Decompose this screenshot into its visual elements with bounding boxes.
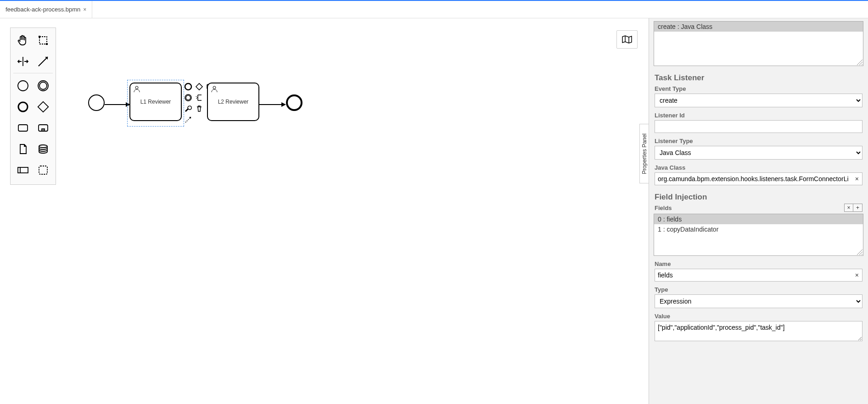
java-class-label: Java Class xyxy=(655,164,862,171)
file-tab[interactable]: feedback-ack-process.bpmn × xyxy=(0,1,92,18)
task-label: L2 Reviewer xyxy=(218,99,249,105)
sequence-flow-1[interactable] xyxy=(105,102,130,109)
append-gateway-icon[interactable] xyxy=(195,82,204,91)
value-input[interactable] xyxy=(655,321,862,341)
lasso-tool-icon[interactable] xyxy=(34,31,53,50)
svg-rect-28 xyxy=(39,166,47,174)
svg-rect-4 xyxy=(196,83,202,90)
add-field-button[interactable]: + xyxy=(853,204,862,212)
type-label: Type xyxy=(655,286,862,293)
svg-point-17 xyxy=(18,81,28,91)
listener-row[interactable]: create : Java Class xyxy=(654,22,863,32)
clear-icon[interactable]: × xyxy=(855,271,859,279)
connect-icon[interactable] xyxy=(184,115,193,124)
svg-point-20 xyxy=(18,102,28,111)
user-task-l2-reviewer[interactable]: L2 Reviewer xyxy=(207,83,259,121)
end-event[interactable] xyxy=(286,94,302,111)
listener-type-select[interactable]: Java Class xyxy=(655,146,862,160)
svg-point-7 xyxy=(186,95,190,100)
create-participant-icon[interactable] xyxy=(13,160,33,180)
svg-rect-26 xyxy=(18,167,28,173)
fields-listbox[interactable]: 0 : fields 1 : copyDataIndicator xyxy=(654,214,863,256)
append-intermediate-event-icon[interactable] xyxy=(184,93,193,102)
minimap-toggle[interactable] xyxy=(616,30,638,49)
java-class-input[interactable] xyxy=(655,172,862,185)
create-end-event-icon[interactable] xyxy=(13,97,33,116)
create-group-icon[interactable] xyxy=(34,160,53,180)
type-select[interactable]: Expression xyxy=(655,294,862,308)
wrench-icon[interactable] xyxy=(184,104,193,113)
name-label: Name xyxy=(655,260,862,267)
svg-rect-14 xyxy=(39,36,40,38)
append-end-event-icon[interactable] xyxy=(184,82,193,91)
create-intermediate-event-icon[interactable] xyxy=(34,76,53,95)
create-data-object-icon[interactable] xyxy=(13,139,33,159)
clear-icon[interactable]: × xyxy=(855,175,859,183)
svg-rect-13 xyxy=(39,37,47,44)
workspace: L1 Reviewer L2 Reviewer xyxy=(0,18,868,404)
properties-panel-toggle[interactable]: Properties Panel xyxy=(639,124,649,183)
field-row[interactable]: 1 : copyDataIndicator xyxy=(654,224,863,234)
annotation-icon[interactable] xyxy=(195,93,204,102)
create-subprocess-icon[interactable] xyxy=(34,118,53,138)
create-data-store-icon[interactable] xyxy=(34,139,53,159)
properties-panel-toggle-label: Properties Panel xyxy=(641,133,648,174)
svg-rect-22 xyxy=(18,125,28,131)
fields-label: Fields xyxy=(655,205,672,211)
space-tool-icon[interactable] xyxy=(13,52,33,71)
create-start-event-icon[interactable] xyxy=(13,76,33,95)
event-type-label: Event Type xyxy=(655,85,862,92)
event-type-select[interactable]: create xyxy=(655,94,862,107)
remove-field-button[interactable]: × xyxy=(844,204,853,212)
svg-rect-21 xyxy=(38,102,49,112)
svg-point-3 xyxy=(185,83,191,90)
task-label: L1 Reviewer xyxy=(140,99,171,105)
tab-bar: feedback-ack-process.bpmn × xyxy=(0,0,868,18)
task-listener-section-title: Task Listener xyxy=(649,70,868,84)
field-injection-section-title: Field Injection xyxy=(649,189,868,204)
sequence-flow-2[interactable] xyxy=(259,102,286,109)
svg-marker-12 xyxy=(281,102,286,107)
svg-rect-15 xyxy=(46,43,48,45)
create-task-icon[interactable] xyxy=(13,118,33,138)
field-row[interactable]: 0 : fields xyxy=(654,214,863,224)
listener-type-label: Listener Type xyxy=(655,138,862,144)
hand-tool-icon[interactable] xyxy=(13,31,33,50)
name-input[interactable] xyxy=(655,269,862,282)
task-listener-listbox[interactable]: create : Java Class xyxy=(654,21,863,66)
user-task-icon xyxy=(133,85,140,94)
svg-point-19 xyxy=(39,82,47,89)
properties-panel: create : Java Class Task Listener Event … xyxy=(649,18,868,404)
svg-point-10 xyxy=(213,86,216,89)
user-task-l1-reviewer[interactable]: L1 Reviewer xyxy=(129,83,182,121)
user-task-icon xyxy=(211,85,218,94)
value-label: Value xyxy=(655,313,862,320)
delete-icon[interactable] xyxy=(195,104,204,113)
create-gateway-icon[interactable] xyxy=(34,97,53,116)
close-tab-icon[interactable]: × xyxy=(83,6,86,13)
start-event[interactable] xyxy=(88,94,105,111)
svg-point-25 xyxy=(39,145,47,148)
tab-filename: feedback-ack-process.bpmn xyxy=(6,6,80,13)
listener-id-label: Listener Id xyxy=(655,112,862,119)
svg-point-2 xyxy=(135,86,138,89)
listener-id-input[interactable] xyxy=(655,120,862,133)
global-connect-tool-icon[interactable] xyxy=(34,52,53,71)
tool-palette xyxy=(10,28,56,185)
